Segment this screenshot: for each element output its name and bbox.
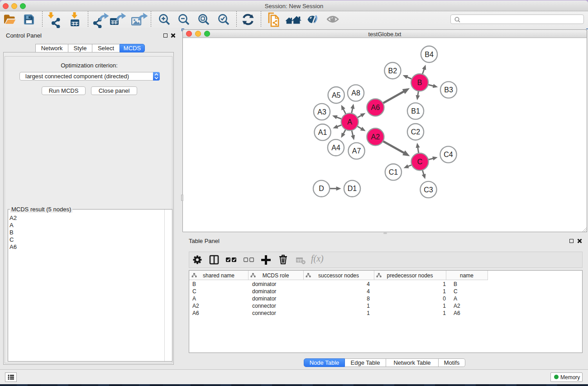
svg-text:D1: D1 [348,185,357,192]
svg-text:B2: B2 [388,67,397,75]
svg-text:A1: A1 [318,129,327,136]
svg-text:C: C [417,158,423,166]
svg-text:A7: A7 [352,147,361,155]
svg-text:A8: A8 [351,89,360,97]
svg-text:A4: A4 [331,144,340,152]
svg-text:B1: B1 [411,107,420,115]
svg-text:B3: B3 [444,86,453,94]
svg-text:A: A [347,118,352,126]
svg-text:C2: C2 [411,128,421,136]
svg-text:B4: B4 [425,51,434,58]
svg-text:A6: A6 [371,104,380,111]
svg-text:C4: C4 [444,151,453,158]
svg-text:C1: C1 [389,168,398,176]
svg-text:A5: A5 [332,91,341,99]
svg-text:A3: A3 [317,108,326,116]
svg-text:B: B [417,79,422,86]
svg-text:C3: C3 [424,186,433,194]
svg-text:A2: A2 [371,133,380,141]
svg-text:D: D [319,185,324,192]
